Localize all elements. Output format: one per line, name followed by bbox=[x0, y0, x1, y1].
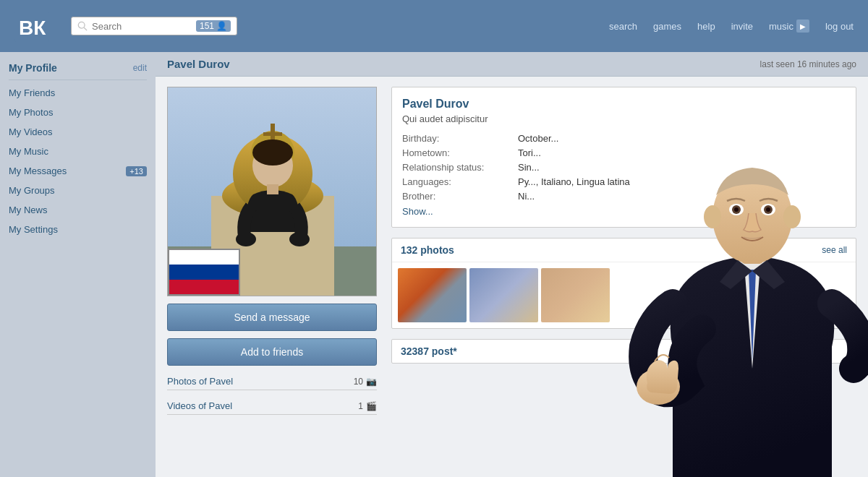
relationship-value: Sin... bbox=[518, 162, 540, 173]
photo-thumb-1[interactable] bbox=[398, 268, 467, 322]
brother-label: Brother: bbox=[402, 191, 518, 202]
russian-flag bbox=[168, 249, 240, 296]
brother-row: Brother: Ni... bbox=[402, 191, 846, 202]
svg-point-13 bbox=[252, 139, 293, 166]
profile-full-name: Pavel Durov bbox=[402, 98, 846, 111]
nav-help[interactable]: help bbox=[697, 21, 715, 32]
avatar-container bbox=[167, 87, 377, 296]
languages-row: Languages: Ру..., Italiano, Lingua latin… bbox=[402, 176, 846, 187]
svg-text:ВК: ВК bbox=[19, 17, 46, 39]
videos-media-row: Videos of Pavel 1 🎬 bbox=[167, 398, 377, 415]
sidebar-item-groups[interactable]: My Groups bbox=[0, 181, 156, 200]
profile-right-column: Pavel Durov Qui audet adipiscitur Birthd… bbox=[391, 87, 856, 415]
nav-links: search games help invite music ▶ log out bbox=[609, 20, 854, 33]
photo-thumb-3[interactable] bbox=[541, 268, 610, 322]
sidebar-item-settings[interactable]: My Settings bbox=[0, 220, 156, 239]
birthday-value: October... bbox=[518, 133, 558, 144]
last-seen-text: last seen 16 minutes ago bbox=[760, 59, 856, 69]
sidebar-item-photos[interactable]: My Photos bbox=[0, 103, 156, 122]
messages-badge: +13 bbox=[126, 166, 147, 176]
camera-icon: 📷 bbox=[366, 377, 377, 387]
sidebar-item-news[interactable]: My News bbox=[0, 200, 156, 220]
sidebar: My Profile edit My Friends My Photos My … bbox=[0, 52, 156, 477]
sidebar-divider-1 bbox=[9, 80, 147, 80]
flag-red-stripe bbox=[169, 280, 239, 294]
nav-search[interactable]: search bbox=[609, 21, 637, 32]
video-icon: 🎬 bbox=[366, 401, 377, 411]
sidebar-item-friends[interactable]: My Friends bbox=[0, 83, 156, 103]
sidebar-item-profile[interactable]: My Profile edit bbox=[0, 58, 156, 77]
add-friends-button[interactable]: Add to friends bbox=[167, 338, 377, 366]
birthday-label: Birthday: bbox=[402, 133, 518, 144]
brother-value: Ni... bbox=[518, 191, 535, 202]
hometown-label: Hometown: bbox=[402, 147, 518, 158]
content-area: Pavel Durov last seen 16 minutes ago bbox=[156, 52, 868, 477]
relationship-row: Relationship status: Sin... bbox=[402, 162, 846, 173]
photos-grid bbox=[392, 262, 856, 328]
profile-info-section: Pavel Durov Qui audet adipiscitur Birthd… bbox=[391, 87, 856, 228]
flag-white-stripe bbox=[169, 250, 239, 265]
search-count: 151 👤 bbox=[196, 20, 231, 32]
play-button[interactable]: ▶ bbox=[796, 20, 809, 33]
sidebar-item-music[interactable]: My Music bbox=[0, 142, 156, 161]
flag-blue-stripe bbox=[169, 265, 239, 280]
sidebar-item-videos[interactable]: My Videos bbox=[0, 122, 156, 142]
nav-games[interactable]: games bbox=[653, 21, 681, 32]
photos-section-header: 132 photos see all bbox=[392, 239, 856, 262]
profile-left-column: Send a message Add to friends Photos of … bbox=[167, 87, 377, 415]
logo-area: ВК bbox=[14, 9, 49, 43]
sidebar-item-messages[interactable]: My Messages +13 bbox=[0, 161, 156, 181]
profile-name-header: Pavel Durov bbox=[167, 58, 230, 70]
photos-see-all-link[interactable]: see all bbox=[822, 245, 847, 255]
videos-media-label[interactable]: Videos of Pavel bbox=[167, 400, 232, 411]
profile-motto: Qui audet adipiscitur bbox=[402, 113, 846, 124]
birthday-row: Birthday: October... bbox=[402, 133, 846, 144]
posts-section: 32387 post* bbox=[391, 339, 856, 364]
send-message-button[interactable]: Send a message bbox=[167, 304, 377, 331]
svg-rect-14 bbox=[267, 184, 278, 194]
relationship-label: Relationship status: bbox=[402, 162, 518, 173]
hometown-value: Tori... bbox=[518, 147, 541, 158]
nav-invite[interactable]: invite bbox=[731, 21, 753, 32]
show-more-link[interactable]: Show... bbox=[402, 206, 846, 217]
profile-header-bar: Pavel Durov last seen 16 minutes ago bbox=[156, 52, 868, 77]
hometown-row: Hometown: Tori... bbox=[402, 147, 846, 158]
svg-line-3 bbox=[84, 27, 87, 30]
posts-count: 32387 post* bbox=[401, 345, 457, 357]
photo-thumb-2[interactable] bbox=[469, 268, 538, 322]
header: ВК 151 👤 search games help invite music … bbox=[0, 0, 868, 52]
vk-logo[interactable]: ВК bbox=[14, 9, 49, 43]
profile-edit-link[interactable]: edit bbox=[133, 63, 147, 73]
svg-point-2 bbox=[78, 22, 85, 28]
languages-label: Languages: bbox=[402, 176, 518, 187]
svg-rect-11 bbox=[263, 132, 282, 136]
search-input[interactable] bbox=[92, 21, 186, 32]
photos-section: 132 photos see all bbox=[391, 238, 856, 329]
posts-section-header: 32387 post* bbox=[392, 340, 856, 363]
main-layout: My Profile edit My Friends My Photos My … bbox=[0, 52, 868, 477]
photos-media-count: 10 📷 bbox=[354, 377, 377, 387]
videos-media-count: 1 🎬 bbox=[358, 401, 377, 411]
nav-logout[interactable]: log out bbox=[825, 21, 854, 32]
avatar-image bbox=[168, 87, 376, 296]
nav-music[interactable]: music bbox=[769, 21, 793, 32]
photos-media-row: Photos of Pavel 10 📷 bbox=[167, 373, 377, 390]
music-nav: music ▶ bbox=[769, 20, 809, 33]
search-icon bbox=[77, 21, 88, 31]
photos-media-label[interactable]: Photos of Pavel bbox=[167, 376, 233, 387]
photos-count: 132 photos bbox=[401, 244, 454, 256]
profile-body: Send a message Add to friends Photos of … bbox=[156, 77, 868, 425]
languages-value: Ру..., Italiano, Lingua latina bbox=[518, 176, 630, 187]
search-bar[interactable]: 151 👤 bbox=[71, 17, 237, 35]
